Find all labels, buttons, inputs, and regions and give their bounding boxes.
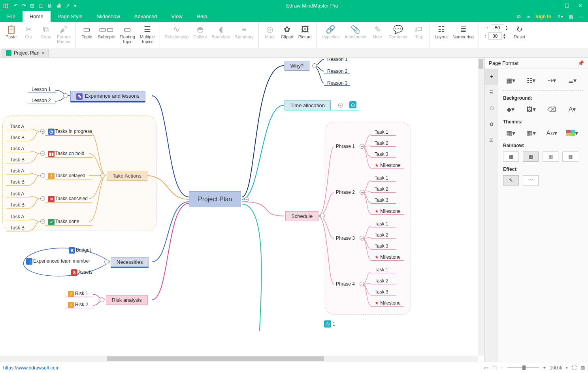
layout-option[interactable]: ≣▾ [565,75,580,85]
horizontal-scrollbar[interactable] [0,356,478,362]
layout-option[interactable]: ☷▾ [524,75,539,85]
leaf-task[interactable]: Task 3 [373,289,390,295]
document-tab[interactable]: Project Plan [2,49,49,57]
leaf-task[interactable]: Task A [9,146,26,152]
collapser-icon[interactable]: – [40,196,45,201]
collapser-icon[interactable]: – [100,297,104,302]
leaf-task[interactable]: Task 2 [373,140,390,146]
action-group[interactable]: ▮▮Tasks on hold [47,150,86,157]
boundary-button[interactable]: ◖Boundary [209,23,233,40]
cloud-icon[interactable]: ∞ [526,14,530,19]
collapser-icon[interactable]: – [104,259,109,264]
bg-image[interactable]: 🖼▾ [524,104,539,114]
apps-icon[interactable]: ▦ [569,14,573,19]
qat-redo[interactable]: ↷ [22,3,26,9]
vspacing-stepper[interactable]: ▴▾ [503,33,505,39]
vertical-scrollbar[interactable] [478,58,484,356]
menu-home[interactable]: Home [23,11,51,22]
menu-view[interactable]: View [164,11,190,22]
side-tab-format[interactable]: ✦ [485,69,498,85]
action-group[interactable]: ✓Tasks done [47,218,81,225]
vspacing-input[interactable] [488,32,502,40]
collapser-icon[interactable]: – [244,197,249,202]
clock-icon[interactable]: ◷ [349,101,356,108]
leaf-task[interactable]: Task 3 [373,197,390,203]
side-tab-style[interactable]: ⬡ [485,100,498,116]
leaf-task[interactable]: Task B [9,157,26,163]
menu-help[interactable]: Help [190,11,215,22]
close-button[interactable]: ✕ [578,3,582,9]
qat-new[interactable]: ⊞ [30,3,34,9]
theme-picker[interactable]: ▦▾ [503,128,518,138]
leaf-milestone[interactable]: ★ Milestone [373,254,402,260]
qat-export[interactable]: ↗ [66,3,70,9]
leaf-task[interactable]: Task 3 [373,151,390,157]
zoom-out-button[interactable]: − [501,365,503,371]
topic-risk[interactable]: Risk analysis [106,295,148,305]
leaf-task[interactable]: Task B [9,134,26,141]
collapser-icon[interactable]: – [360,282,364,286]
leaf-task[interactable]: Task B [9,225,26,231]
menu-file[interactable]: File [0,11,23,22]
copy-button[interactable]: ⧉Copy [37,23,55,40]
paste-button[interactable]: 📋Paste [2,23,20,40]
layout-button[interactable]: ☷Layout [432,23,450,40]
bg-fill[interactable]: ◆▾ [503,104,518,114]
phrase-label[interactable]: Phrase 2 [334,189,356,195]
rainbow-option[interactable]: ▦ [562,151,578,162]
leaf-task[interactable]: Task A [9,168,26,174]
status-url[interactable]: https://www.edrawsoft.com [3,365,60,371]
collapse-ribbon-icon[interactable]: ︿ [579,13,583,20]
zoom-level[interactable]: 100% [550,365,562,371]
leaf-assets[interactable]: $Assets [70,269,94,276]
leaf-budget[interactable]: ¥Budget [67,247,92,254]
side-tab-icons[interactable]: ✿ [485,116,498,132]
zoom-slider[interactable] [507,367,539,368]
minimize-button[interactable]: — [551,3,556,9]
leaf-task[interactable]: Task A [9,214,26,220]
topic-experience[interactable]: ✎ Experience and lessons [70,91,145,102]
fullscreen-icon[interactable]: ▤ [580,365,585,371]
bg-remove[interactable]: ⌫ [544,104,559,114]
leaf-task[interactable]: Task 1 [373,175,390,181]
leaf-milestone[interactable]: ★ Milestone [373,162,402,169]
rainbow-option[interactable]: ▦ [523,151,539,162]
effect-option[interactable]: 〰 [523,175,539,186]
nav-icon[interactable]: ⇧▾ [557,14,563,19]
collapser-icon[interactable]: – [360,236,364,240]
leaf-team[interactable]: 👥Experienced team member [24,258,92,265]
collapser-icon[interactable]: – [40,219,45,224]
multiple-topics-button[interactable]: ☰Multiple Topics [138,23,157,45]
qat-save[interactable]: 🗎 [47,3,53,9]
tag-button[interactable]: 🏷Tag [410,23,427,40]
theme-color[interactable]: ▦▾ [524,128,539,138]
comment-button[interactable]: 💬Comment [386,23,410,40]
collapser-icon[interactable]: – [320,214,325,218]
action-group[interactable]: ✕Tasks canceled [47,195,89,203]
menu-slideshow[interactable]: Slideshow [90,11,127,22]
hyperlink-button[interactable]: 🔗Hyperlink [319,23,342,40]
fit-page-icon[interactable]: ⛶ [572,365,577,371]
leaf-milestone[interactable]: ★ Milestone [373,300,402,306]
summary-button[interactable]: ≡Summary [233,23,256,40]
topic-time[interactable]: Time allocation [285,100,331,110]
qat-print[interactable]: 🖶 [57,3,62,9]
mark-button[interactable]: ◎Mark [261,23,279,40]
leaf-task[interactable]: Task 3 [373,243,390,249]
share-icon[interactable]: ⧉ [517,14,521,19]
phrase-label[interactable]: Phrase 3 [334,235,356,241]
menu-page-style[interactable]: Page Style [51,11,90,22]
leaf-task[interactable]: Task A [9,191,26,197]
picture-button[interactable]: 🖼Picture [296,23,314,40]
leaf-task[interactable]: Task B [9,202,26,208]
collapser-icon[interactable]: – [360,190,364,195]
topic-button[interactable]: ▭Topic [78,23,96,40]
leaf-task[interactable]: Task 1 [373,267,390,273]
reset-button[interactable]: ↻Reset [511,23,528,40]
topic-necessities[interactable]: Necessities [111,257,149,268]
collapser-icon[interactable]: – [312,63,317,68]
side-tab-task[interactable]: ☑ [485,132,498,148]
leaf-task[interactable]: Task A [9,123,26,130]
leaf-task[interactable]: Task B [9,179,26,185]
theme-rainbow[interactable]: ▾ [565,128,580,138]
